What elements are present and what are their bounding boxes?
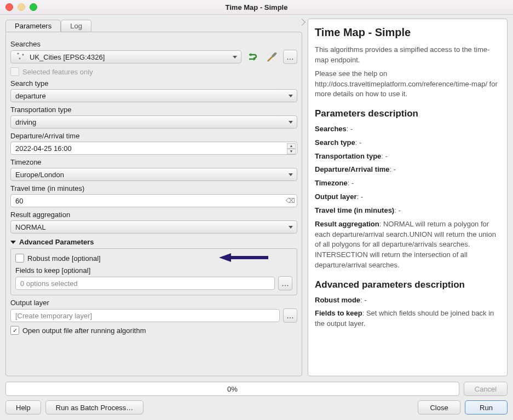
travel-time-label: Travel time (in minutes) [10,184,297,192]
help-item: Robust mode [315,296,360,304]
fields-to-keep-more-button[interactable]: … [278,276,292,290]
help-item: Travel time (in minutes) [315,206,394,214]
fields-to-keep-input[interactable]: 0 options selected [15,277,275,290]
travel-time-value: 60 [15,197,23,205]
transportation-type-value: driving [15,118,36,126]
searches-more-button[interactable]: … [283,50,297,64]
iterate-features-button[interactable] [245,50,261,64]
cancel-button: Cancel [464,382,508,396]
chevron-down-icon [289,173,293,176]
help-item: Search type [315,138,355,147]
open-output-label: Open output file after running algorithm [22,326,146,335]
fields-to-keep-placeholder: 0 options selected [20,279,78,288]
triangle-down-icon [10,241,16,244]
chevron-down-icon [289,121,293,124]
clear-input-icon[interactable]: ⌫ [286,197,293,205]
progress-text: 0% [227,385,238,393]
advanced-parameters-box: Robust mode [optional] Fields to keep [o… [10,248,297,295]
svg-point-5 [275,52,277,55]
svg-point-1 [22,54,24,55]
selected-features-checkbox [10,67,19,76]
fields-to-keep-label: Fields to keep [optional] [15,266,292,275]
search-type-label: Search type [10,79,297,88]
help-paragraph: Please see the help on http://docs.trave… [315,69,500,100]
output-layer-placeholder: [Create temporary layer] [15,312,92,320]
svg-point-0 [18,52,19,54]
close-window-icon[interactable] [5,3,13,11]
robust-mode-label: Robust mode [optional] [27,254,101,262]
transportation-type-dropdown[interactable]: driving [10,115,297,129]
help-title: Time Map - Simple [315,25,500,40]
run-button[interactable]: Run [465,400,508,415]
searches-value: UK_Cities [EPSG:4326] [30,53,105,61]
help-item: Departure/Arrival time [315,165,390,173]
selected-features-label: Selected features only [22,68,93,76]
window-titlebar: Time Map - Simple [0,0,513,15]
advanced-parameters-disclosure[interactable]: Advanced Parameters [10,238,297,246]
window-title: Time Map - Simple [226,3,288,11]
select-layer-options-button[interactable] [264,50,280,64]
searches-dropdown[interactable]: UK_Cities [EPSG:4326] [10,50,241,63]
tab-log[interactable]: Log [61,20,91,32]
points-layer-icon [15,51,26,63]
tab-bar: Parameters Log [5,19,302,32]
output-layer-input[interactable]: [Create temporary layer] [10,309,280,322]
annotation-arrow-icon [219,252,268,263]
result-aggregation-value: NORMAL [15,223,46,231]
svg-marker-3 [249,53,251,56]
help-item: Searches [315,125,347,133]
help-button[interactable]: Help [5,400,41,415]
help-item: Timezone [315,179,348,187]
result-aggregation-label: Result aggregation [10,211,297,219]
help-item: Output layer [315,192,357,201]
help-heading: Advanced parameters description [315,278,500,292]
advanced-parameters-header: Advanced Parameters [19,238,94,246]
help-panel: Time Map - Simple This algorithms provid… [308,19,508,376]
chevron-down-icon [289,226,293,229]
help-item: Transportation type [315,152,381,160]
output-layer-more-button[interactable]: … [283,308,297,323]
departure-arrival-input[interactable]: 2022-04-25 16:00 ▲▼ [10,142,297,155]
help-item: Result aggregation [315,220,379,228]
zoom-window-icon[interactable] [30,3,37,11]
robust-mode-checkbox[interactable] [15,254,24,262]
searches-label: Searches [10,40,297,48]
help-item: Fields to keep [315,309,362,317]
timezone-value: Europe/London [15,171,64,179]
run-batch-button[interactable]: Run as Batch Process… [45,400,144,415]
travel-time-input[interactable]: 60 ⌫ [10,194,297,207]
transportation-type-label: Transportation type [10,106,297,114]
search-type-value: departure [15,92,46,100]
search-type-dropdown[interactable]: departure [10,89,297,102]
result-aggregation-dropdown[interactable]: NORMAL [10,220,297,234]
chevron-down-icon [289,95,293,97]
close-button[interactable]: Close [418,400,460,415]
departure-arrival-value: 2022-04-25 16:00 [15,144,72,153]
ellipsis-icon: … [286,311,294,320]
ellipsis-icon: … [281,279,289,288]
timezone-label: Timezone [10,158,297,166]
chevron-down-icon [233,56,237,59]
help-heading: Parameters description [315,107,500,121]
ellipsis-icon: … [286,52,294,61]
svg-point-2 [19,57,21,59]
parameters-panel: Searches UK_Cities [EPSG:4326] [5,32,302,376]
timezone-dropdown[interactable]: Europe/London [10,168,297,181]
datetime-spinner[interactable]: ▲▼ [287,143,296,154]
open-output-checkbox[interactable]: ✓ [10,326,19,335]
minimize-window-icon[interactable] [18,3,25,11]
progress-bar: 0% [5,382,459,396]
tab-parameters[interactable]: Parameters [5,20,61,32]
output-layer-label: Output layer [10,299,297,307]
panel-collapse-chevron-icon[interactable] [298,19,306,26]
departure-arrival-label: Departure/Arrival time [10,132,297,140]
help-paragraph: This algorithms provides a simpified acc… [315,45,500,66]
svg-marker-7 [219,253,231,262]
